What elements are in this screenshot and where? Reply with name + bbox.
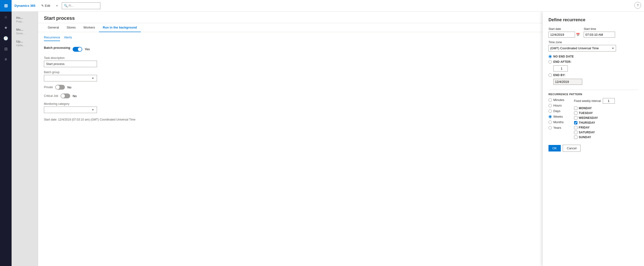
- nav-icon-home[interactable]: ⌂: [0, 12, 12, 22]
- end-by-label: END BY:: [553, 73, 566, 77]
- end-by-radio[interactable]: [548, 73, 552, 77]
- timezone-select[interactable]: (GMT) Coordinated Universal Time: [548, 45, 616, 51]
- monitoring-category-select[interactable]: [44, 106, 97, 113]
- start-time-field: Start time: [584, 27, 615, 38]
- timezone-row: Time zone (GMT) Coordinated Universal Ti…: [548, 41, 638, 51]
- end-by-input[interactable]: [553, 79, 582, 85]
- recurrence-pattern-heading: RECURRENCE PATTERN: [548, 93, 638, 96]
- critical-job-row: Critical Job No: [44, 93, 537, 98]
- no-end-date-label: NO END DATE: [553, 55, 574, 58]
- weekly-interval-input[interactable]: [603, 98, 615, 104]
- no-end-date-radio[interactable]: [548, 55, 552, 58]
- months-option[interactable]: Months: [548, 120, 564, 124]
- sunday-row: SUNDAY: [574, 136, 615, 139]
- batch-toggle-label: Yes: [85, 47, 90, 51]
- ok-button[interactable]: OK: [548, 145, 561, 152]
- panel-sub-tabs: Recurrence Alerts: [38, 32, 543, 41]
- start-time-label: Start time: [584, 27, 615, 31]
- edit-button[interactable]: ✎ Edit: [39, 3, 52, 9]
- weekly-interval-row: Fixed weekly interval: [574, 98, 615, 104]
- monday-label: MONDAY: [579, 106, 592, 110]
- nav-icon-menu[interactable]: ≡: [0, 54, 12, 65]
- sub-tab-alerts[interactable]: Alerts: [64, 34, 72, 41]
- hours-radio[interactable]: [548, 104, 552, 107]
- friday-checkbox[interactable]: [574, 126, 578, 129]
- search-input[interactable]: [69, 4, 98, 8]
- critical-job-toggle[interactable]: [60, 93, 70, 98]
- search-icon: 🔍: [64, 4, 68, 8]
- weeks-radio[interactable]: [548, 115, 552, 118]
- start-date-field: Start date 📅: [548, 27, 580, 38]
- day-checkboxes: MONDAY TUESDAY WEDNESDAY THURSDAY: [574, 106, 615, 139]
- start-date-info: Start date: 12/4/2019 (07:03:10 am) (GMT…: [44, 118, 537, 121]
- start-time-input[interactable]: [584, 32, 615, 38]
- action-buttons: OK Cancel: [548, 145, 638, 152]
- private-toggle[interactable]: [55, 85, 65, 90]
- batch-toggle[interactable]: [72, 47, 82, 52]
- end-after-input[interactable]: [553, 65, 568, 72]
- sub-tab-recurrence[interactable]: Recurrence: [44, 34, 60, 41]
- pattern-options: Minutes Hours Days Weeks: [548, 98, 564, 139]
- search-box: 🔍: [62, 3, 100, 9]
- tuesday-checkbox[interactable]: [574, 111, 578, 115]
- saturday-row: SATURDAY: [574, 131, 615, 134]
- end-after-value-row: [553, 65, 638, 72]
- wednesday-checkbox[interactable]: [574, 116, 578, 119]
- end-options-section: NO END DATE END AFTER: END BY:: [548, 55, 638, 87]
- days-label: Days: [553, 109, 560, 113]
- task-description-input[interactable]: [44, 61, 97, 67]
- minutes-label: Minutes: [553, 98, 564, 102]
- critical-job-label: Critical Job: [44, 94, 58, 98]
- panel-tabs: General Stores Workers Run in the backgr…: [38, 23, 543, 32]
- weekly-options: Fixed weekly interval MONDAY TUESDAY: [574, 98, 615, 139]
- start-process-panel: Start process General Stores Workers Run…: [38, 12, 543, 266]
- months-label: Months: [553, 120, 564, 124]
- minutes-radio[interactable]: [548, 98, 552, 102]
- tab-stores[interactable]: Stores: [63, 23, 80, 32]
- thursday-checkbox[interactable]: [574, 121, 578, 124]
- saturday-label: SATURDAY: [579, 131, 595, 134]
- hours-option[interactable]: Hours: [548, 104, 564, 107]
- minutes-option[interactable]: Minutes: [548, 98, 564, 102]
- years-option[interactable]: Years: [548, 126, 564, 129]
- edit-icon: ✎: [41, 4, 44, 8]
- nav-icon-recent[interactable]: 🕐: [0, 33, 12, 44]
- monday-checkbox[interactable]: [574, 106, 578, 110]
- new-button[interactable]: +: [54, 3, 60, 9]
- days-option[interactable]: Days: [548, 109, 564, 113]
- sunday-checkbox[interactable]: [574, 136, 578, 139]
- toolbar: Dynamics 365 ✎ Edit + 🔍: [12, 0, 644, 12]
- tab-workers[interactable]: Workers: [80, 23, 99, 32]
- days-radio[interactable]: [548, 109, 552, 113]
- help-icon[interactable]: ?: [634, 2, 641, 9]
- batch-processing-row: Batch processing Yes: [44, 46, 537, 52]
- recurrence-panel: Define recurrence Start date 📅 Start tim…: [543, 12, 644, 266]
- end-after-radio[interactable]: [548, 60, 552, 64]
- start-datetime-row: Start date 📅 Start time: [548, 27, 638, 38]
- start-date-label: Start date: [548, 27, 580, 31]
- calendar-icon[interactable]: 📅: [576, 33, 580, 37]
- end-by-option[interactable]: END BY:: [548, 73, 638, 77]
- months-radio[interactable]: [548, 120, 552, 124]
- tab-general[interactable]: General: [44, 23, 63, 32]
- batch-group-select[interactable]: [44, 75, 97, 81]
- thursday-row: THURSDAY: [574, 121, 615, 124]
- nav-icon-star[interactable]: ★: [0, 22, 12, 33]
- end-by-date-row: [553, 79, 638, 85]
- start-date-input[interactable]: [548, 32, 575, 38]
- nav-icon-modules[interactable]: ⊟: [0, 44, 12, 54]
- wednesday-row: WEDNESDAY: [574, 116, 615, 119]
- saturday-checkbox[interactable]: [574, 131, 578, 134]
- batch-group-label: Batch group: [44, 71, 537, 74]
- monitoring-category-row: Monitoring category: [44, 102, 537, 113]
- wednesday-label: WEDNESDAY: [579, 116, 598, 119]
- no-end-date-option[interactable]: NO END DATE: [548, 55, 638, 58]
- years-radio[interactable]: [548, 126, 552, 129]
- end-after-option[interactable]: END AFTER:: [548, 60, 638, 64]
- critical-job-toggle-label: No: [72, 94, 77, 98]
- weeks-option[interactable]: Weeks: [548, 115, 564, 118]
- nav-logo[interactable]: ⊞: [0, 0, 12, 12]
- task-description-label: Task description: [44, 56, 537, 60]
- tab-run-background[interactable]: Run in the background: [99, 23, 141, 32]
- cancel-button[interactable]: Cancel: [563, 145, 580, 152]
